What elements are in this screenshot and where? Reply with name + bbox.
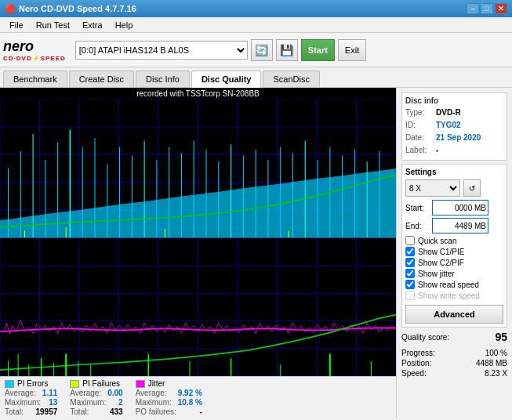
minimize-button[interactable]: – <box>467 3 479 14</box>
show-jitter-label: Show jitter <box>418 270 455 278</box>
pi-failures-max-value: 2 <box>118 398 123 407</box>
speed-value: 8.23 X <box>485 369 507 378</box>
tab-disc-info[interactable]: Disc Info <box>136 71 190 87</box>
chart-area: recorded with TSSTcorp SN-208BB <box>0 88 396 418</box>
top-chart-svg: 20 16 12 8 4 <box>0 100 396 237</box>
pi-errors-avg-label: Average: <box>5 389 36 397</box>
speed-label: Speed: <box>401 369 427 378</box>
type-label: Type: <box>405 107 433 119</box>
position-label: Position: <box>401 359 431 368</box>
menu-bar: File Run Test Extra Help <box>0 17 512 33</box>
quality-section: Quality score: 95 <box>401 331 507 346</box>
toolbar: nero CD·DVD⚡SPEED [0:0] ATAPI iHAS124 B … <box>0 33 512 67</box>
pi-errors-total-label: Total: <box>5 407 24 416</box>
jitter-avg-label: Average: <box>136 389 167 397</box>
close-button[interactable]: ✕ <box>495 3 507 14</box>
pi-failures-total-label: Total: <box>70 407 89 416</box>
legend-area: PI Errors Average: 1.11 Maximum: 13 Tota… <box>0 376 396 418</box>
menu-help[interactable]: Help <box>109 19 140 31</box>
show-c1pie-checkbox[interactable] <box>405 247 415 256</box>
pi-failures-legend: PI Failures Average: 0.00 Maximum: 2 Tot… <box>70 379 122 416</box>
quick-scan-checkbox[interactable] <box>405 236 415 245</box>
id-label: ID: <box>405 119 433 132</box>
speed-select[interactable]: 8 X Max 1 X 2 X 4 X 16 X <box>405 179 460 197</box>
app-icon: 🔴 <box>5 4 16 14</box>
jitter-label: Jitter <box>148 379 165 388</box>
main-content: recorded with TSSTcorp SN-208BB <box>0 88 512 418</box>
logo: nero CD·DVD⚡SPEED <box>3 38 66 62</box>
pi-errors-total-value: 19957 <box>36 407 58 416</box>
disc-label-label: Label: <box>405 144 433 157</box>
logo-nero: nero <box>3 38 34 55</box>
show-c2pif-checkbox[interactable] <box>405 258 415 267</box>
show-write-speed-label: Show write speed <box>418 291 480 300</box>
save-button[interactable]: 💾 <box>276 39 298 61</box>
date-value: 21 Sep 2020 <box>436 132 481 144</box>
jitter-legend: Jitter Average: 9.92 % Maximum: 10.8 % P… <box>136 379 202 416</box>
menu-file[interactable]: File <box>3 19 30 31</box>
pi-errors-max-label: Maximum: <box>5 398 41 407</box>
date-label: Date: <box>405 132 433 144</box>
bottom-chart-svg: 10 8 6 4 2 <box>0 238 396 376</box>
pi-errors-max-value: 13 <box>49 398 57 407</box>
show-c1pie-label: Show C1/PIE <box>418 248 464 256</box>
start-button[interactable]: Start <box>301 39 335 61</box>
disc-label-value: - <box>436 144 438 157</box>
show-c2pif-label: Show C2/PIF <box>418 259 464 267</box>
pi-errors-avg-value: 1.11 <box>42 389 57 397</box>
start-label: Start: <box>405 204 429 212</box>
progress-value: 100 % <box>485 349 507 357</box>
tab-benchmark[interactable]: Benchmark <box>3 71 67 87</box>
pi-failures-avg-label: Average: <box>70 389 101 397</box>
po-failures-label: PO failures: <box>136 407 176 416</box>
quality-score-value: 95 <box>495 331 507 343</box>
pi-errors-color <box>5 380 14 388</box>
id-value: TYG02 <box>436 119 461 132</box>
po-failures-value: - <box>200 407 202 416</box>
jitter-max-value: 10.8 % <box>178 398 202 407</box>
top-chart: 20 16 12 8 4 <box>0 100 396 238</box>
title-bar: 🔴 Nero CD-DVD Speed 4.7.7.16 – □ ✕ <box>0 0 512 17</box>
quick-scan-label: Quick scan <box>418 237 456 245</box>
menu-extra[interactable]: Extra <box>76 19 109 31</box>
menu-run-test[interactable]: Run Test <box>30 19 76 31</box>
show-read-speed-checkbox[interactable] <box>405 280 415 289</box>
show-read-speed-label: Show read speed <box>418 281 479 289</box>
show-jitter-checkbox[interactable] <box>405 269 415 278</box>
maximize-button[interactable]: □ <box>481 3 493 14</box>
sidebar: Disc info Type: DVD-R ID: TYG02 Date: 21… <box>396 88 512 418</box>
tab-create-disc[interactable]: Create Disc <box>69 71 134 87</box>
jitter-max-label: Maximum: <box>136 398 172 407</box>
disc-info-title: Disc info <box>405 96 503 105</box>
logo-sub: CD·DVD⚡SPEED <box>3 55 66 62</box>
tab-scan-disc[interactable]: ScanDisc <box>263 71 319 87</box>
pi-failures-max-label: Maximum: <box>70 398 106 407</box>
pi-failures-color <box>70 380 79 388</box>
refresh-button[interactable]: 🔄 <box>251 39 273 61</box>
bottom-chart: 10 8 6 4 2 <box>0 238 396 376</box>
exit-button[interactable]: Exit <box>338 39 366 61</box>
tab-disc-quality[interactable]: Disc Quality <box>191 71 262 88</box>
settings-title: Settings <box>405 168 503 176</box>
advanced-button[interactable]: Advanced <box>405 305 503 324</box>
pi-failures-label: PI Failures <box>82 379 120 388</box>
chart-title: recorded with TSSTcorp SN-208BB <box>0 88 396 100</box>
progress-section: Progress: 100 % Position: 4488 MB Speed:… <box>401 349 507 379</box>
pi-failures-total-value: 433 <box>110 407 123 416</box>
end-input[interactable] <box>432 218 488 234</box>
jitter-color <box>136 380 145 388</box>
pi-failures-avg-value: 0.00 <box>107 389 122 397</box>
quality-score-label: Quality score: <box>401 333 449 342</box>
end-label: End: <box>405 222 429 230</box>
drive-select[interactable]: [0:0] ATAPI iHAS124 B AL0S <box>75 41 248 60</box>
app-title: Nero CD-DVD Speed 4.7.7.16 <box>19 4 136 13</box>
start-input[interactable] <box>432 200 488 215</box>
settings-section: Settings 8 X Max 1 X 2 X 4 X 16 X ↺ Star… <box>401 164 507 328</box>
pi-errors-label: PI Errors <box>17 379 48 388</box>
progress-label: Progress: <box>401 349 435 357</box>
speed-refresh-button[interactable]: ↺ <box>463 179 481 197</box>
show-write-speed-checkbox <box>405 291 415 300</box>
position-value: 4488 MB <box>476 359 507 368</box>
type-value: DVD-R <box>436 107 461 119</box>
tab-bar: Benchmark Create Disc Disc Info Disc Qua… <box>0 67 512 88</box>
